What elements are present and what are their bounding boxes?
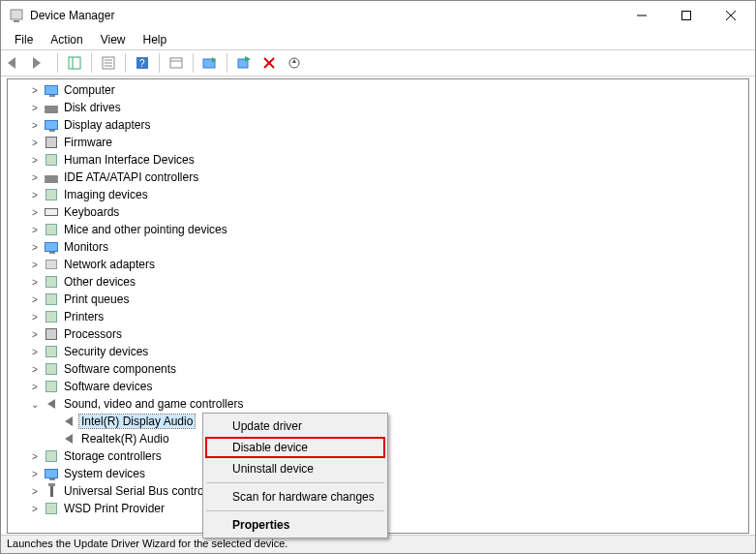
tree-node[interactable]: >Display adapters [10, 116, 748, 134]
properties-icon[interactable] [98, 52, 119, 74]
tree-node[interactable]: ⌄Sound, video and game controllers [10, 395, 748, 413]
minimize-button[interactable] [620, 1, 664, 30]
expand-icon[interactable]: > [29, 155, 41, 166]
tree-node[interactable]: >Mice and other pointing devices [10, 221, 748, 238]
generic-icon [44, 152, 59, 168]
show-hide-console-tree-icon[interactable] [64, 52, 85, 74]
menubar: File Action View Help [1, 30, 755, 49]
window-title: Device Manager [30, 9, 620, 22]
tree-node-label: Realtek(R) Audio [79, 432, 171, 446]
expand-icon[interactable]: > [29, 469, 41, 479]
context-properties[interactable]: Properties [205, 514, 385, 536]
net-icon [44, 257, 59, 272]
expand-icon[interactable]: > [29, 294, 41, 305]
expand-icon[interactable]: > [29, 85, 41, 96]
expand-icon[interactable]: > [29, 329, 41, 340]
expand-icon[interactable]: > [29, 486, 41, 497]
tree-node-label: Printers [62, 310, 106, 323]
expand-icon[interactable]: > [29, 120, 41, 131]
drive-icon [44, 169, 59, 185]
speaker-icon [44, 396, 59, 412]
back-button[interactable] [5, 52, 26, 74]
menu-action[interactable]: Action [43, 31, 90, 48]
tree-node[interactable]: >Security devices [10, 343, 748, 360]
update-driver-icon[interactable] [199, 52, 221, 74]
tree-node[interactable]: >Human Interface Devices [10, 151, 748, 169]
svg-rect-16 [170, 58, 182, 68]
generic-icon [44, 222, 59, 237]
tree-node-label: Imaging devices [62, 188, 150, 201]
svg-rect-3 [682, 12, 691, 20]
expand-icon[interactable]: > [29, 451, 41, 462]
expand-icon[interactable]: > [29, 312, 41, 323]
tree-node[interactable]: >IDE ATA/ATAPI controllers [10, 169, 748, 186]
context-update-driver[interactable]: Update driver [205, 416, 385, 437]
tree-node-label: Disk drives [62, 101, 123, 114]
tree-node[interactable]: >Keyboards [10, 203, 748, 221]
uninstall-device-icon[interactable] [258, 52, 280, 74]
tree-node[interactable]: >Disk drives [10, 99, 748, 116]
expand-icon[interactable]: > [29, 172, 41, 183]
help-icon[interactable]: ? [132, 52, 153, 74]
tree-node[interactable]: >Print queues [10, 291, 748, 308]
generic-icon [44, 292, 59, 307]
svg-marker-25 [292, 59, 296, 63]
expand-icon[interactable]: > [29, 242, 41, 253]
tree-node[interactable]: >Software components [10, 360, 748, 378]
generic-icon [44, 361, 59, 377]
menu-view[interactable]: View [93, 31, 134, 48]
svg-text:?: ? [139, 58, 145, 69]
expand-icon[interactable]: > [29, 277, 41, 288]
titlebar: Device Manager [1, 1, 755, 30]
tree-node-label: Other devices [62, 275, 137, 289]
tree-node[interactable]: >Computer [10, 81, 748, 99]
enable-device-icon[interactable] [233, 52, 255, 74]
generic-icon [44, 501, 59, 516]
toolbar: ? [1, 49, 755, 77]
tree-node-label: Network adapters [62, 258, 157, 271]
tree-node[interactable]: >Monitors [10, 238, 748, 256]
expand-icon[interactable]: > [29, 138, 41, 148]
generic-icon [44, 344, 59, 359]
context-uninstall-device[interactable]: Uninstall device [205, 458, 385, 479]
monitor-icon [44, 239, 59, 255]
tree-node-label: Software devices [62, 380, 154, 393]
context-scan-hardware[interactable]: Scan for hardware changes [205, 486, 385, 508]
scan-hardware-icon[interactable] [284, 52, 305, 74]
view-icon[interactable] [166, 52, 187, 74]
tree-node[interactable]: >Network adapters [10, 256, 748, 273]
expand-icon[interactable]: > [29, 225, 41, 235]
expand-icon[interactable]: > [29, 207, 41, 218]
tree-node[interactable]: >Other devices [10, 273, 748, 291]
tree-node[interactable]: >Firmware [10, 134, 748, 151]
expand-icon[interactable]: > [29, 190, 41, 200]
expand-icon[interactable]: > [29, 347, 41, 357]
collapse-icon[interactable]: ⌄ [29, 399, 41, 410]
expand-icon[interactable]: > [29, 364, 41, 375]
expand-icon[interactable]: > [29, 382, 41, 392]
svg-rect-0 [11, 10, 22, 19]
tree-node[interactable]: >Imaging devices [10, 186, 748, 203]
tree-node-label: Human Interface Devices [62, 153, 197, 167]
tree-node[interactable]: >Processors [10, 325, 748, 343]
close-button[interactable] [709, 1, 753, 30]
tree-node-label: WSD Print Provider [62, 502, 166, 515]
expand-icon[interactable]: > [29, 103, 41, 113]
tree-node-label: Intel(R) Display Audio [79, 415, 195, 428]
tree-node[interactable]: >Printers [10, 308, 748, 325]
context-disable-device[interactable]: Disable device [205, 437, 385, 458]
tree-node-label: Storage controllers [62, 449, 164, 463]
tree-node-label: Firmware [62, 136, 114, 149]
menu-help[interactable]: Help [136, 31, 175, 48]
expand-icon[interactable]: > [29, 504, 41, 514]
expand-icon[interactable]: > [29, 260, 41, 270]
forward-button[interactable] [30, 52, 51, 74]
menu-file[interactable]: File [7, 31, 41, 48]
tree-node-label: Print queues [62, 292, 131, 306]
app-icon [9, 8, 24, 23]
tree-node[interactable]: >Software devices [10, 378, 748, 395]
tree-node-label: Security devices [62, 345, 150, 358]
svg-rect-8 [69, 57, 80, 69]
maximize-button[interactable] [664, 1, 709, 30]
context-menu: Update driver Disable device Uninstall d… [202, 413, 388, 539]
